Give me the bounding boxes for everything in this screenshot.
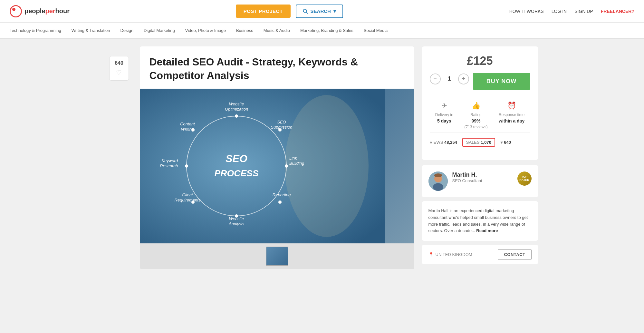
search-button[interactable]: SEARCH ▾ [296, 5, 343, 18]
delivery-stat: ✈ Delivery in 5 days [435, 102, 453, 129]
response-stat: ⏰ Response time within a day [499, 102, 524, 129]
quantity-row: − 1 + [430, 73, 469, 84]
stats-row: ✈ Delivery in 5 days 👍 Rating 99% (713 r… [430, 95, 530, 133]
svg-text:Submission: Submission [271, 125, 292, 130]
rating-value: 99% [471, 118, 480, 123]
rating-label: Rating [470, 113, 482, 117]
svg-point-23 [278, 128, 282, 132]
heart-icon[interactable]: ♡ [116, 69, 122, 76]
cat-marketing[interactable]: Marketing, Branding & Sales [300, 27, 353, 34]
svg-text:Client: Client [182, 192, 193, 197]
rating-icon: 👍 [472, 102, 480, 110]
svg-point-27 [191, 201, 195, 204]
response-icon: ⏰ [507, 102, 516, 110]
category-nav: Technology & Programming Writing & Trans… [0, 23, 644, 39]
delivery-value: 5 days [437, 118, 451, 123]
left-sidebar: 640 ♡ [106, 56, 132, 81]
seller-name[interactable]: Martin H. [452, 171, 513, 178]
avatar-svg [428, 171, 448, 191]
thumbnail-1[interactable] [266, 247, 288, 266]
svg-line-1 [306, 12, 308, 14]
pin-icon: 📍 [428, 252, 434, 257]
login-link[interactable]: LOG IN [552, 9, 567, 14]
seo-diagram-svg: SEO PROCESS Website Optimization SEO Sub… [140, 89, 385, 243]
quantity-decrease-button[interactable]: − [430, 73, 441, 84]
listing-image: SEO PROCESS Website Optimization SEO Sub… [140, 89, 414, 243]
svg-point-32 [433, 183, 443, 191]
seller-avatar [428, 171, 448, 191]
svg-point-22 [235, 114, 238, 118]
top-rated-badge: TOPRATED [517, 171, 532, 186]
svg-text:Analysis: Analysis [228, 221, 244, 226]
bio-card: Martin Hall is an experienced digital ma… [422, 201, 538, 241]
svg-point-29 [191, 128, 195, 132]
main-wrapper: 640 ♡ Detailed SEO Audit - Strategy, Key… [97, 39, 548, 277]
cat-social-media[interactable]: Social Media [364, 27, 388, 34]
rating-reviews: (713 reviews) [464, 125, 487, 129]
how-it-works-link[interactable]: HOW IT WORKS [509, 9, 544, 14]
svg-point-3 [285, 95, 369, 237]
search-icon [303, 9, 308, 14]
cat-digital-marketing[interactable]: Digital Marketing [144, 27, 175, 34]
location-text: 📍 UNITED KINGDOM [428, 252, 472, 257]
cat-writing[interactable]: Writing & Translation [72, 27, 110, 34]
quantity-value: 1 [445, 75, 454, 82]
svg-text:Reporting: Reporting [272, 192, 291, 197]
like-box: 640 ♡ [109, 56, 129, 81]
svg-point-24 [285, 164, 288, 168]
post-project-button[interactable]: POST PROJECT [236, 5, 291, 18]
right-sidebar: £125 − 1 + BUY NOW ✈ Delivery in 5 days [422, 46, 538, 264]
listing-card: Detailed SEO Audit - Strategy, Keywords … [140, 46, 414, 269]
contact-button[interactable]: CONTACT [498, 249, 531, 260]
delivery-icon: ✈ [441, 102, 447, 110]
seller-info: Martin H. SEO Consultant [452, 171, 513, 183]
buy-now-button[interactable]: BUY NOW [473, 73, 530, 90]
cat-video[interactable]: Video, Photo & Image [185, 27, 226, 34]
response-label: Response time [499, 113, 524, 117]
svg-text:Content: Content [180, 122, 195, 126]
quantity-increase-button[interactable]: + [458, 73, 469, 84]
listing-title: Detailed SEO Audit - Strategy, Keywords … [140, 46, 414, 89]
delivery-label: Delivery in [435, 113, 453, 117]
svg-point-28 [185, 164, 188, 168]
location-row: 📍 UNITED KINGDOM CONTACT [422, 245, 538, 264]
header-center: POST PROJECT SEARCH ▾ [236, 5, 343, 18]
logo-icon [10, 5, 22, 17]
svg-text:PROCESS: PROCESS [214, 168, 258, 178]
rating-stat: 👍 Rating 99% (713 reviews) [464, 102, 487, 129]
likes-metric: ♥ 640 [500, 140, 511, 145]
views-metric: VIEWS 48,254 [430, 140, 457, 145]
read-more-link[interactable]: Read more [476, 228, 498, 233]
svg-text:Keyword: Keyword [161, 158, 178, 163]
header: peopleperhour POST PROJECT SEARCH ▾ HOW … [0, 0, 644, 23]
price-card: £125 − 1 + BUY NOW ✈ Delivery in 5 days [422, 46, 538, 160]
sales-metric: SALES 1,070 [462, 138, 495, 147]
cat-technology[interactable]: Technology & Programming [10, 27, 61, 34]
svg-point-26 [235, 214, 238, 218]
header-left: peopleperhour [10, 5, 70, 17]
seller-title: SEO Consultant [452, 178, 513, 183]
svg-point-0 [303, 9, 306, 12]
seller-card: Martin H. SEO Consultant TOPRATED [422, 165, 538, 197]
like-count: 640 [115, 60, 123, 66]
svg-text:Link: Link [289, 156, 297, 161]
freelancer-link[interactable]: FREELANCER? [601, 9, 634, 14]
thumbnail-strip [140, 243, 414, 269]
content-area: Detailed SEO Audit - Strategy, Keywords … [140, 46, 414, 269]
cat-design[interactable]: Design [120, 27, 133, 34]
metrics-row: VIEWS 48,254 SALES 1,070 ♥ 640 [430, 133, 530, 152]
svg-text:SEO: SEO [277, 120, 286, 124]
header-right: HOW IT WORKS LOG IN SIGN UP FREELANCER? [509, 9, 634, 14]
svg-text:Research: Research [160, 163, 178, 168]
cat-business[interactable]: Business [236, 27, 253, 34]
response-value: within a day [499, 118, 524, 123]
svg-text:SEO: SEO [226, 153, 247, 164]
logo[interactable]: peopleperhour [10, 5, 70, 17]
svg-text:Building: Building [289, 161, 304, 166]
cat-music[interactable]: Music & Audio [264, 27, 290, 34]
signup-link[interactable]: SIGN UP [574, 9, 593, 14]
price-display: £125 [430, 54, 530, 68]
logo-text: peopleperhour [24, 7, 70, 15]
svg-point-33 [434, 173, 442, 177]
svg-text:Optimization: Optimization [225, 107, 248, 112]
